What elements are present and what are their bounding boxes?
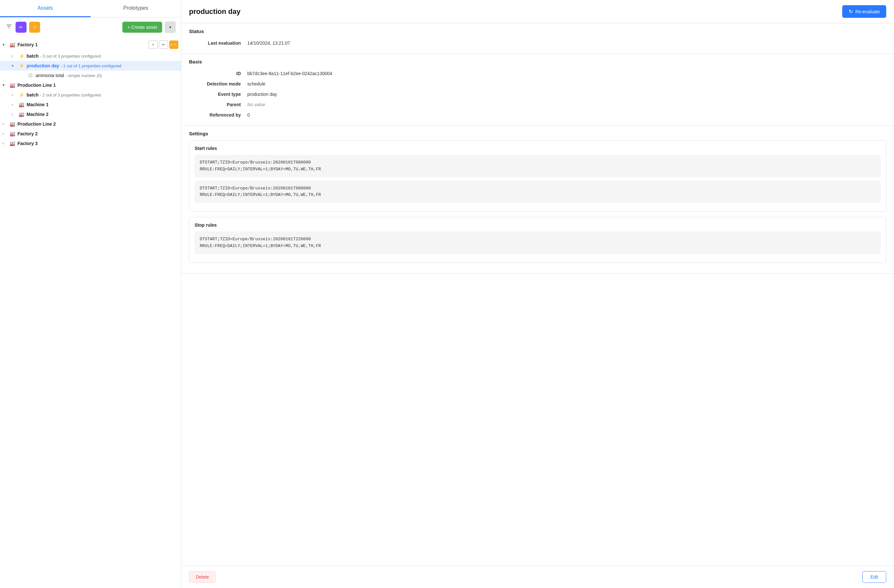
node-label: Machine 1 bbox=[27, 102, 48, 107]
settings-inner: Start rules DTSTART;TZID=Europe/Brussels… bbox=[181, 140, 894, 273]
status-header: Status bbox=[181, 23, 894, 38]
tree-item-production-line1[interactable]: ▾ 🏭 Production Line 1 bbox=[0, 80, 181, 90]
chevron-icon: › bbox=[12, 112, 17, 116]
event-type-label: Event type bbox=[189, 92, 247, 97]
node-label: Production Line 2 bbox=[18, 121, 56, 127]
right-panel: production day ↻ Re-evaluate Status Last… bbox=[181, 0, 894, 588]
stop-rule-1: DTSTART;TZID=Europe/Brussels:20200101T22… bbox=[195, 231, 881, 254]
tab-prototypes[interactable]: Prototypes bbox=[91, 0, 181, 17]
node-label: Factory 3 bbox=[18, 141, 38, 146]
add-button[interactable]: + bbox=[149, 41, 158, 49]
chevron-icon: › bbox=[3, 122, 8, 126]
tab-assets[interactable]: Assets bbox=[0, 0, 91, 17]
factory-icon: 🏭 bbox=[9, 141, 15, 146]
delete-button[interactable]: Delete bbox=[189, 571, 216, 583]
chevron-icon: ▾ bbox=[12, 63, 17, 68]
id-label: ID bbox=[189, 71, 247, 76]
pencil-filter-button[interactable]: ✏ bbox=[15, 22, 27, 33]
detail-content: Status Last evaluation 14/10/2024, 13:21… bbox=[181, 23, 894, 566]
status-body: Last evaluation 14/10/2024, 13:21:07 bbox=[181, 38, 894, 53]
start-rule-1: DTSTART;TZID=Europe/Brussels:20200101T08… bbox=[195, 155, 881, 177]
parent-row: Parent No value bbox=[189, 100, 886, 110]
tree-item-machine1[interactable]: › 🏭 Machine 1 bbox=[0, 100, 181, 109]
detail-footer: Delete Edit bbox=[181, 566, 894, 588]
detection-mode-label: Detection mode bbox=[189, 81, 247, 86]
detection-mode-value: schedule bbox=[247, 81, 266, 86]
factory-icon: 🏭 bbox=[9, 42, 15, 47]
tree-item-factory1[interactable]: ▾ 🏭 Factory 1 + ✏ +⚡ bbox=[0, 38, 181, 51]
parent-label: Parent bbox=[189, 102, 247, 107]
detail-title: production day bbox=[189, 8, 240, 16]
chevron-icon: › bbox=[12, 102, 17, 107]
tabs: Assets Prototypes bbox=[0, 0, 181, 18]
node-label: batch bbox=[27, 92, 39, 97]
node-label: ammonia total bbox=[36, 73, 64, 78]
node-sub: - 3 out of 3 properties configured bbox=[40, 54, 101, 59]
stop-rules-title: Stop rules bbox=[195, 222, 881, 228]
row-actions: + ✏ +⚡ bbox=[149, 41, 178, 49]
lightning-icon: ⚡ bbox=[32, 24, 38, 30]
stop-rules-container: Stop rules DTSTART;TZID=Europe/Brussels:… bbox=[189, 217, 886, 263]
chevron-icon: › bbox=[12, 54, 17, 58]
node-label: Machine 2 bbox=[27, 112, 48, 117]
chevron-icon: › bbox=[12, 92, 17, 97]
id-value: bb7dc3ee-8a11-11ef-b2ee-0242ac130004 bbox=[247, 71, 332, 76]
refresh-icon: ↻ bbox=[849, 8, 853, 15]
last-evaluation-row: Last evaluation 14/10/2024, 13:21:07 bbox=[189, 38, 886, 48]
node-label: Factory 2 bbox=[18, 131, 38, 136]
lightning-icon: ⚡ bbox=[18, 53, 24, 59]
filter-button[interactable] bbox=[5, 23, 13, 32]
node-label: Production Line 1 bbox=[18, 83, 56, 88]
referenced-by-row: Referenced by 0 bbox=[189, 110, 886, 120]
chevron-icon: › bbox=[3, 132, 8, 136]
create-asset-dropdown-button[interactable]: ▾ bbox=[165, 21, 176, 33]
referenced-by-value: 0 bbox=[247, 112, 250, 118]
basis-section: Basis ID bb7dc3ee-8a11-11ef-b2ee-0242ac1… bbox=[181, 54, 894, 125]
detection-mode-row: Detection mode schedule bbox=[189, 79, 886, 89]
status-section: Status Last evaluation 14/10/2024, 13:21… bbox=[181, 23, 894, 54]
last-evaluation-value: 14/10/2024, 13:21:07 bbox=[247, 41, 290, 46]
chevron-icon: ▾ bbox=[3, 83, 8, 88]
settings-section: Settings Start rules DTSTART;TZID=Europe… bbox=[181, 125, 894, 274]
tree-item-machine2[interactable]: › 🏭 Machine 2 bbox=[0, 109, 181, 119]
node-label: batch bbox=[27, 53, 39, 59]
lightning-filter-button[interactable]: ⚡ bbox=[29, 22, 40, 33]
create-asset-button[interactable]: + Create asset bbox=[122, 22, 162, 33]
edit-button[interactable]: ✏ bbox=[159, 41, 168, 49]
parent-value: No value bbox=[247, 102, 265, 107]
factory-icon: 🏭 bbox=[9, 131, 15, 136]
event-type-row: Event type production day bbox=[189, 89, 886, 100]
node-label: Factory 1 bbox=[18, 42, 38, 47]
add-lightning-button[interactable]: +⚡ bbox=[169, 41, 178, 49]
left-panel: Assets Prototypes ✏ ⚡ + Create asset ▾ ▾… bbox=[0, 0, 181, 588]
re-evaluate-label: Re-evaluate bbox=[855, 9, 880, 14]
lightning-icon: ⚡ bbox=[18, 63, 24, 68]
re-evaluate-button[interactable]: ↻ Re-evaluate bbox=[842, 5, 886, 18]
referenced-by-label: Referenced by bbox=[189, 112, 247, 118]
event-type-value: production day bbox=[247, 92, 277, 97]
start-rules-title: Start rules bbox=[195, 146, 881, 151]
pencil-icon: ✏ bbox=[19, 24, 23, 30]
node-sub: - simple number (0) bbox=[65, 73, 102, 78]
chevron-down-icon: ▾ bbox=[169, 25, 171, 29]
detail-header: production day ↻ Re-evaluate bbox=[181, 0, 894, 23]
settings-header: Settings bbox=[181, 125, 894, 140]
tree-item-factory3[interactable]: › 🏭 Factory 3 bbox=[0, 139, 181, 148]
id-row: ID bb7dc3ee-8a11-11ef-b2ee-0242ac130004 bbox=[189, 68, 886, 79]
start-rules-container: Start rules DTSTART;TZID=Europe/Brussels… bbox=[189, 140, 886, 212]
chevron-icon: › bbox=[3, 141, 8, 146]
tree-item-production-line2[interactable]: › 🏭 Production Line 2 bbox=[0, 119, 181, 129]
basis-header: Basis bbox=[181, 54, 894, 68]
node-sub: - 1 out of 1 properties configured bbox=[60, 63, 121, 68]
last-evaluation-label: Last evaluation bbox=[189, 41, 247, 46]
tree-item-factory2[interactable]: › 🏭 Factory 2 bbox=[0, 129, 181, 139]
tree-item-production-day[interactable]: ▾ ⚡ production day - 1 out of 1 properti… bbox=[0, 61, 181, 71]
node-label: production day bbox=[27, 63, 59, 68]
tree-item-ammonia-total[interactable]: ☑ ammonia total - simple number (0) bbox=[0, 71, 181, 80]
basis-body: ID bb7dc3ee-8a11-11ef-b2ee-0242ac130004 … bbox=[181, 68, 894, 125]
machine-icon: 🏭 bbox=[18, 102, 24, 107]
edit-button[interactable]: Edit bbox=[862, 571, 886, 583]
tree-item-batch2[interactable]: › ⚡ batch - 2 out of 3 properties config… bbox=[0, 90, 181, 100]
chevron-icon: ▾ bbox=[3, 42, 8, 47]
tree-item-batch1[interactable]: › ⚡ batch - 3 out of 3 properties config… bbox=[0, 51, 181, 61]
